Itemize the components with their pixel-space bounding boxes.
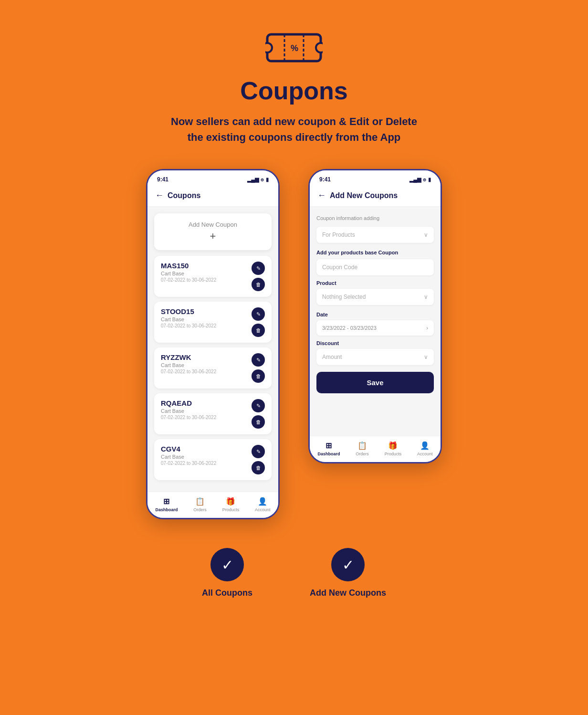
phone-right-header: ← Add New Coupons xyxy=(310,187,441,207)
nothing-selected-label: Nothing Selected xyxy=(322,294,366,300)
nav-dashboard-right[interactable]: ⊞ Dashboard xyxy=(317,441,340,456)
svg-point-2 xyxy=(316,43,323,53)
coupon-code-4: CGV4 xyxy=(161,445,216,453)
phone-left-content: Add New Coupon + MAS150 Cart Base 07-02-… xyxy=(147,207,278,492)
nav-products-label-right: Products xyxy=(385,452,402,456)
nav-orders-label-right: Orders xyxy=(356,452,369,456)
signal-icons-left: ▂▄▆ ⌾ ▮ xyxy=(247,177,269,183)
status-bar-left: 9:41 ▂▄▆ ⌾ ▮ xyxy=(147,170,278,187)
coupon-code-1: STOOD15 xyxy=(161,307,216,315)
nav-products-right[interactable]: 🎁 Products xyxy=(385,441,402,456)
coupon-item-4: CGV4 Cart Base 07-02-2022 to 30-06-2022 … xyxy=(154,439,272,480)
time-right: 9:41 xyxy=(319,176,331,183)
nav-dashboard-label-right: Dashboard xyxy=(317,452,340,456)
chevron-down-icon-discount: ∨ xyxy=(424,354,428,360)
coupon-item-3: RQAEAD Cart Base 07-02-2022 to 30-06-202… xyxy=(154,393,272,434)
coupon-item-2: RYZZWK Cart Base 07-02-2022 to 30-06-202… xyxy=(154,347,272,389)
product-field-label: Product xyxy=(316,280,434,286)
coupon-actions-3: ✎ 🗑 xyxy=(252,399,265,429)
chevron-down-icon: ∨ xyxy=(424,231,428,238)
coupon-code-2: RYZZWK xyxy=(161,353,216,361)
add-coupon-button[interactable]: Add New Coupon + xyxy=(154,213,272,250)
coupon-code-input[interactable]: Coupon Code xyxy=(316,259,434,275)
coupon-info-4: CGV4 Cart Base 07-02-2022 to 30-06-2022 xyxy=(161,445,216,466)
dashboard-icon-right: ⊞ xyxy=(326,441,332,450)
delete-button-0[interactable]: 🗑 xyxy=(252,278,265,291)
svg-text:%: % xyxy=(291,43,298,53)
checkmark-circle-left: ✓ xyxy=(210,548,244,581)
coupon-actions-1: ✎ 🗑 xyxy=(252,307,265,337)
coupon-item-1: STOOD15 Cart Base 07-02-2022 to 30-06-20… xyxy=(154,302,272,343)
products-icon: 🎁 xyxy=(226,497,235,506)
nav-account-label: Account xyxy=(255,507,271,512)
coupon-icon: % xyxy=(265,29,323,67)
hero-subtitle: Now sellers can add new coupon & Edit or… xyxy=(171,114,417,145)
badge-add-coupons: ✓ Add New Coupons xyxy=(310,548,386,598)
badges-section: ✓ All Coupons ✓ Add New Coupons xyxy=(202,548,386,598)
coupon-info-0: MAS150 Cart Base 07-02-2022 to 30-06-202… xyxy=(161,262,216,283)
add-products-label: Add your products base Coupon xyxy=(316,250,434,255)
products-icon-right: 🎁 xyxy=(388,441,398,450)
discount-dropdown[interactable]: Amount ∨ xyxy=(316,349,434,365)
edit-button-2[interactable]: ✎ xyxy=(252,353,265,367)
section-label: Coupon information adding xyxy=(316,213,434,223)
coupon-item-0: MAS150 Cart Base 07-02-2022 to 30-06-202… xyxy=(154,256,272,297)
svg-point-1 xyxy=(265,43,272,53)
phone-right-content: Coupon information adding For Products ∨… xyxy=(310,207,441,436)
back-arrow-icon-right[interactable]: ← xyxy=(317,190,326,200)
coupon-info-2: RYZZWK Cart Base 07-02-2022 to 30-06-202… xyxy=(161,353,216,374)
nav-products-left[interactable]: 🎁 Products xyxy=(222,497,240,512)
nav-account-right[interactable]: 👤 Account xyxy=(417,441,433,456)
nav-orders-right[interactable]: 📋 Orders xyxy=(356,441,369,456)
save-button[interactable]: Save xyxy=(316,372,434,393)
edit-button-0[interactable]: ✎ xyxy=(252,262,265,275)
signal-bars-icon-right: ▂▄▆ xyxy=(410,177,421,183)
delete-button-3[interactable]: 🗑 xyxy=(252,415,265,429)
edit-button-3[interactable]: ✎ xyxy=(252,399,265,412)
account-icon-right: 👤 xyxy=(420,441,430,450)
coupon-type-0: Cart Base xyxy=(161,271,216,276)
battery-icon: ▮ xyxy=(266,177,269,183)
phone-left-title: Coupons xyxy=(168,191,200,200)
amount-label: Amount xyxy=(322,354,342,360)
badge-label-left: All Coupons xyxy=(202,588,252,598)
delete-button-4[interactable]: 🗑 xyxy=(252,461,265,474)
add-coupon-label: Add New Coupon xyxy=(162,221,264,228)
phones-section: 9:41 ▂▄▆ ⌾ ▮ ← Coupons Add New Coupon + xyxy=(146,169,442,519)
date-picker[interactable]: 3/23/2022 - 03/23/2023 › xyxy=(316,320,434,336)
time-left: 9:41 xyxy=(157,176,168,183)
nav-dashboard-left[interactable]: ⊞ Dashboard xyxy=(155,497,178,512)
coupon-type-1: Cart Base xyxy=(161,316,216,322)
coupon-info-3: RQAEAD Cart Base 07-02-2022 to 30-06-202… xyxy=(161,399,216,420)
orders-icon-right: 📋 xyxy=(357,441,367,450)
phone-right: 9:41 ▂▄▆ ⌾ ▮ ← Add New Coupons Coupon in… xyxy=(308,169,442,463)
for-products-dropdown[interactable]: For Products ∨ xyxy=(316,227,434,243)
badge-all-coupons: ✓ All Coupons xyxy=(202,548,252,598)
coupon-type-3: Cart Base xyxy=(161,408,216,414)
coupon-actions-0: ✎ 🗑 xyxy=(252,262,265,291)
coupon-type-2: Cart Base xyxy=(161,362,216,368)
checkmark-circle-right: ✓ xyxy=(331,548,365,581)
delete-button-2[interactable]: 🗑 xyxy=(252,369,265,383)
coupon-code-3: RQAEAD xyxy=(161,399,216,407)
for-products-label: For Products xyxy=(322,231,355,238)
product-dropdown[interactable]: Nothing Selected ∨ xyxy=(316,289,434,305)
edit-button-1[interactable]: ✎ xyxy=(252,307,265,321)
hero-section: % Coupons Now sellers can add new coupon… xyxy=(171,29,417,145)
page-title: Coupons xyxy=(240,76,347,105)
back-arrow-icon[interactable]: ← xyxy=(155,190,164,200)
nav-account-left[interactable]: 👤 Account xyxy=(255,497,271,512)
coupon-dates-0: 07-02-2022 to 30-06-2022 xyxy=(161,277,216,283)
coupon-dates-1: 07-02-2022 to 30-06-2022 xyxy=(161,323,216,328)
account-icon: 👤 xyxy=(258,497,267,506)
edit-button-4[interactable]: ✎ xyxy=(252,445,265,458)
delete-button-1[interactable]: 🗑 xyxy=(252,324,265,337)
coupon-actions-2: ✎ 🗑 xyxy=(252,353,265,383)
coupon-actions-4: ✎ 🗑 xyxy=(252,445,265,474)
coupon-dates-3: 07-02-2022 to 30-06-2022 xyxy=(161,415,216,420)
nav-orders-left[interactable]: 📋 Orders xyxy=(193,497,207,512)
nav-orders-label: Orders xyxy=(193,507,207,512)
coupon-list: MAS150 Cart Base 07-02-2022 to 30-06-202… xyxy=(154,256,272,480)
nav-dashboard-label: Dashboard xyxy=(155,507,178,512)
wifi-icon-right: ⌾ xyxy=(423,177,426,182)
